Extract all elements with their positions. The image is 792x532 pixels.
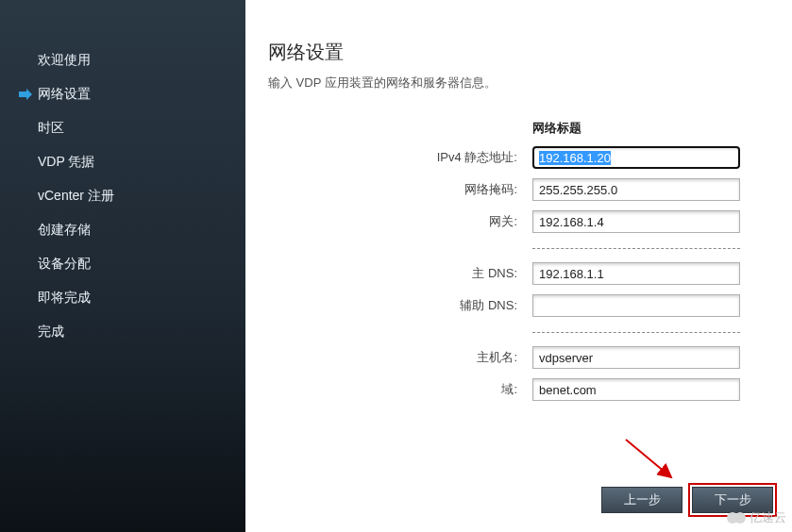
nav-label: 创建存储 [38, 222, 91, 239]
page-description: 输入 VDP 应用装置的网络和服务器信息。 [268, 75, 769, 91]
nav-item-complete[interactable]: 完成 [0, 315, 245, 349]
secondary-dns-input[interactable] [532, 294, 740, 317]
ipv4-input[interactable] [532, 146, 740, 169]
gateway-input[interactable] [532, 210, 740, 233]
nav-item-welcome[interactable]: 欢迎使用 [0, 43, 245, 77]
nav-label: 即将完成 [38, 290, 91, 307]
next-button[interactable]: 下一步 [692, 487, 773, 513]
watermark-icon [727, 512, 746, 524]
nav-item-device[interactable]: 设备分配 [0, 247, 245, 281]
nav-label: 网络设置 [38, 86, 91, 103]
nav-label: 设备分配 [38, 256, 91, 273]
nav-item-network[interactable]: 网络设置 [0, 77, 245, 111]
nav-item-storage[interactable]: 创建存储 [0, 213, 245, 247]
nav-label: VDP 凭据 [38, 154, 94, 171]
main-panel: 网络设置 输入 VDP 应用装置的网络和服务器信息。 网络标题 IPv4 静态地… [245, 0, 792, 532]
primary-dns-label: 主 DNS: [372, 265, 532, 282]
nav-item-ready[interactable]: 即将完成 [0, 281, 245, 315]
network-form: 网络标题 IPv4 静态地址: 网络掩码: 网关: [372, 120, 769, 401]
nav-label: 时区 [38, 120, 64, 137]
column-header: 网络标题 [532, 120, 740, 137]
nav-label: 完成 [38, 324, 64, 341]
nav-item-timezone[interactable]: 时区 [0, 111, 245, 145]
wizard-footer: 上一步 下一步 [601, 487, 773, 513]
wizard-sidebar: 欢迎使用 网络设置 时区 VDP 凭据 vCenter 注册 [0, 0, 245, 532]
nav-item-credentials[interactable]: VDP 凭据 [0, 145, 245, 179]
annotation-arrow-icon [622, 436, 679, 483]
page-title: 网络设置 [268, 40, 769, 65]
gateway-label: 网关: [372, 213, 532, 230]
secondary-dns-label: 辅助 DNS: [372, 297, 532, 314]
nav-label: vCenter 注册 [38, 188, 114, 205]
svg-line-0 [626, 440, 671, 477]
domain-input[interactable] [532, 378, 740, 401]
domain-label: 域: [372, 381, 532, 398]
separator [372, 242, 769, 249]
netmask-input[interactable] [532, 178, 740, 201]
netmask-label: 网络掩码: [372, 181, 532, 198]
arrow-icon [19, 89, 38, 100]
nav-item-vcenter[interactable]: vCenter 注册 [0, 179, 245, 213]
separator [372, 326, 769, 333]
ipv4-label: IPv4 静态地址: [372, 149, 532, 166]
window-root: 欢迎使用 网络设置 时区 VDP 凭据 vCenter 注册 [0, 0, 792, 532]
nav-label: 欢迎使用 [38, 52, 91, 69]
hostname-label: 主机名: [372, 349, 532, 366]
prev-button[interactable]: 上一步 [601, 487, 682, 513]
hostname-input[interactable] [532, 346, 740, 369]
primary-dns-input[interactable] [532, 262, 740, 285]
